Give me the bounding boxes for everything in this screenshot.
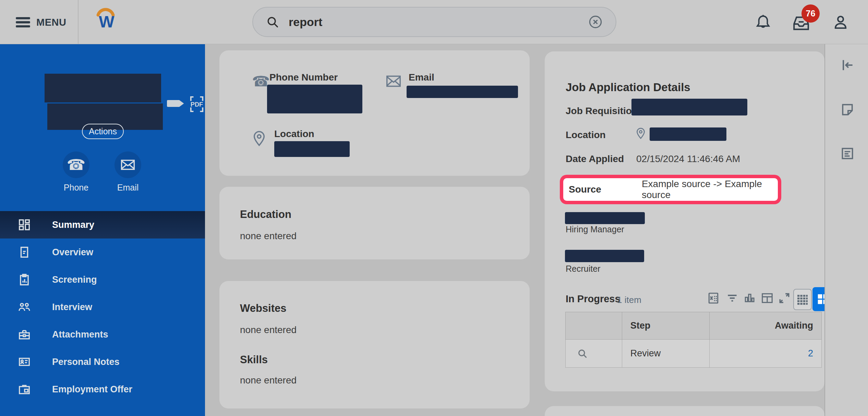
notes-icon[interactable] [840,102,855,117]
websites-empty-value: none entered [240,325,297,335]
recruiter-redacted [565,250,644,262]
education-empty-value: none entered [240,231,297,242]
details-title: Job Application Details [566,81,690,94]
sidebar-item-attachments[interactable]: Attachments [0,321,205,348]
sidebar-item-label: Interview [52,302,92,313]
location-label: Location [274,129,314,139]
document-icon [18,246,31,259]
email-redacted [407,86,518,98]
header-step: Step [622,312,710,340]
email-quick-button[interactable] [114,151,141,178]
workday-logo[interactable]: W [95,7,119,38]
menu-button[interactable]: MENU [15,13,66,32]
clear-search-icon[interactable] [588,15,603,29]
websites-skills-card: Websites none entered Skills none entere… [219,281,530,408]
phone-quick-label: Phone [56,183,97,193]
card-view-button[interactable] [812,287,824,311]
in-progress-table: Step Awaiting Review 2 [565,312,822,368]
details-location-redacted [650,127,726,141]
skills-empty-value: none entered [240,375,297,386]
sidebar-item-label: Screening [52,274,97,285]
grid-view-button[interactable] [793,289,812,310]
row-awaiting-cell: 2 [710,340,822,368]
job-requisition-redacted [631,99,747,115]
export-to-excel-icon[interactable] [707,292,720,305]
sidebar-item-label: Overview [52,247,93,258]
websites-title: Websites [240,302,287,315]
row-step-cell: Review [622,340,710,368]
candidate-sidebar: PDF Actions ☎ Phone Email Summary [0,44,205,416]
menu-label: MENU [36,17,66,28]
source-highlight-box: Source Example source -> Example source [560,175,781,204]
skills-title: Skills [240,354,268,366]
card-view-icon [816,293,824,306]
topbar-divider [78,0,79,44]
pdf-export-icon[interactable]: PDF [189,96,205,113]
profile-button[interactable] [832,14,849,31]
email-icon [386,75,401,87]
sidebar-item-label: Attachments [52,329,108,340]
sidebar-item-interview[interactable]: Interview [0,293,205,321]
location-pin-icon [636,127,646,139]
sidebar-item-overview[interactable]: Overview [0,238,205,266]
education-title: Education [240,208,291,221]
awaiting-count-link[interactable]: 2 [808,348,813,358]
id-card-icon [18,355,31,368]
activity-log-icon[interactable] [840,146,855,161]
notifications-button[interactable] [755,14,771,31]
table-header-row: Step Awaiting [566,312,822,340]
briefcase-tag-icon [18,383,31,396]
sidebar-item-personal-notes[interactable]: Personal Notes [0,348,205,376]
global-search[interactable] [252,7,616,37]
sidebar-item-label: Personal Notes [52,357,120,367]
candidate-name-redacted [45,74,161,102]
collapse-panel-icon[interactable] [840,58,855,73]
sidebar-item-label: Summary [52,220,94,230]
search-input[interactable] [288,15,588,29]
recruiter-label: Recruiter [566,264,600,274]
source-value: Example source -> Example source [642,179,778,200]
sidebar-nav: Summary Overview Screening Interview [0,211,205,403]
phone-number-label: Phone Number [269,72,338,83]
education-card: Education none entered [219,187,530,259]
tag-icon[interactable] [167,98,185,109]
chart-icon[interactable] [743,292,756,305]
email-icon [121,159,135,170]
inbox-badge: 76 [801,4,820,23]
sidebar-item-summary[interactable]: Summary [0,211,205,238]
search-icon [266,15,279,28]
header-awaiting: Awaiting [710,312,822,340]
sidebar-item-screening[interactable]: Screening [0,266,205,293]
toolbox-icon [18,328,31,341]
top-bar: MENU W 76 [0,0,868,44]
in-progress-count: 1 item [617,295,641,305]
hiring-manager-label: Hiring Manager [566,224,624,234]
details-location-label: Location [566,130,606,140]
hiring-manager-redacted [565,212,645,224]
phone-number-redacted [267,85,362,113]
header-blank [566,312,622,340]
phone-icon: ☎ [67,157,86,172]
next-card-partial [545,406,824,416]
actions-button[interactable]: Actions [82,124,124,139]
location-pin-icon [253,131,266,146]
sidebar-item-employment-offer[interactable]: Employment Offer [0,376,205,403]
right-rail [824,44,868,416]
date-applied-label: Date Applied [566,154,624,164]
location-redacted [274,141,350,157]
filter-icon[interactable] [726,292,739,305]
source-row: Source Example source -> Example source [563,178,778,201]
job-requisition-label: Job Requisition [566,106,638,117]
source-label: Source [569,184,601,195]
expand-icon[interactable] [778,292,791,305]
dashboard-grid-icon [18,218,31,231]
contact-card: ☎ Phone Number Email Location [219,50,530,176]
phone-quick-button[interactable]: ☎ [63,151,89,178]
row-magnifier-cell[interactable] [566,340,622,368]
clipboard-chart-icon [18,273,31,286]
magnifier-icon [577,348,588,359]
svg-text:PDF: PDF [191,101,203,108]
hamburger-icon [15,16,31,28]
table-layout-icon[interactable] [761,292,774,305]
sidebar-item-label: Employment Offer [52,384,132,395]
